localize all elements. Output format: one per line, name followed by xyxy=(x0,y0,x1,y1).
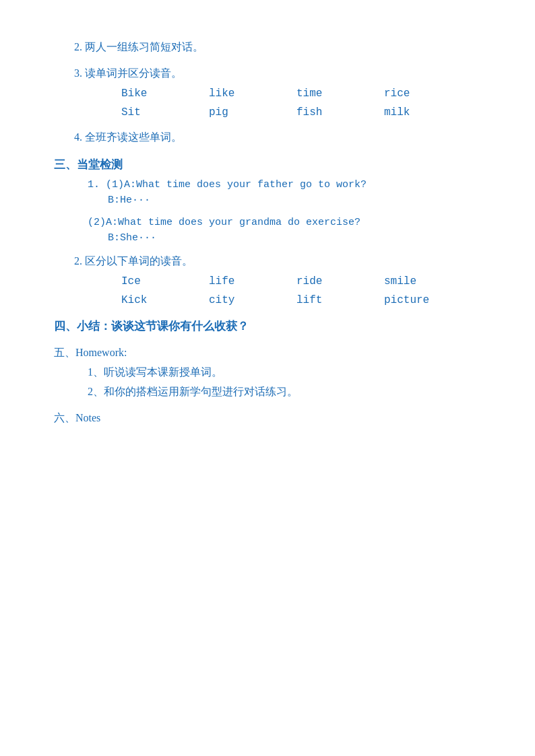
word-bike: Bike xyxy=(121,88,168,100)
word-city: city xyxy=(209,294,256,306)
item-3: 3. 读单词并区分读音。 xyxy=(74,67,481,81)
phonics-row-2: Kick city lift picture xyxy=(121,294,481,306)
word-milk: milk xyxy=(384,106,431,118)
word-ride: ride xyxy=(296,275,344,287)
homework-2: 2、和你的搭档运用新学句型进行对话练习。 xyxy=(88,385,481,399)
phonics-row-1: Ice life ride smile xyxy=(121,275,481,287)
word-like: like xyxy=(209,88,256,100)
word-rice: rice xyxy=(384,88,431,100)
dialog-2-b: B:She··· xyxy=(108,232,481,244)
section-4-header: 四、小结：谈谈这节课你有什么收获？ xyxy=(54,318,481,334)
word-kick: Kick xyxy=(121,294,168,306)
word-smile: smile xyxy=(384,275,431,287)
dialog-1-b: B:He··· xyxy=(108,195,481,206)
word-life: life xyxy=(209,275,256,287)
section-3-header: 三、当堂检测 xyxy=(54,157,481,172)
homework-1: 1、听说读写本课新授单词。 xyxy=(88,366,481,380)
item-4: 4. 全班齐读这些单词。 xyxy=(74,131,481,145)
section-5-header: 五、Homework: xyxy=(54,346,481,360)
word-ice: Ice xyxy=(121,275,168,287)
word-sit: Sit xyxy=(121,106,168,118)
item-2: 2. 两人一组练习简短对话。 xyxy=(74,40,481,55)
dialog-2-a: (2)A:What time does your grandma do exer… xyxy=(88,217,481,228)
section-6-header: 六、Notes xyxy=(54,411,481,425)
phonics-header: 2. 区分以下单词的读音。 xyxy=(74,254,481,269)
word-fish: fish xyxy=(296,106,344,118)
word-lift: lift xyxy=(296,294,344,306)
words-row-1: Bike like time rice xyxy=(121,88,481,100)
word-pig: pig xyxy=(209,106,256,118)
words-row-2: Sit pig fish milk xyxy=(121,106,481,118)
dialog-1-a: 1. (1)A:What time does your father go to… xyxy=(88,179,481,191)
word-picture: picture xyxy=(384,294,431,306)
word-time: time xyxy=(296,88,344,100)
